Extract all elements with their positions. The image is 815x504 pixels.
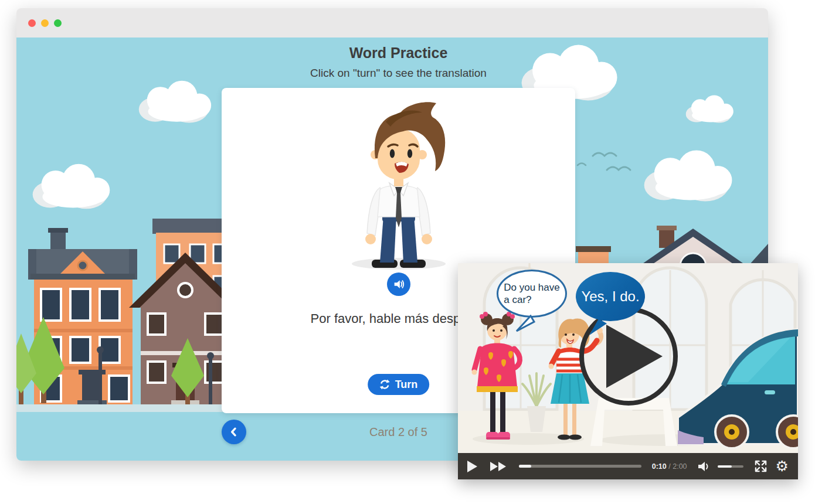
video-player: Do you have a car? Yes, I do. [458,263,798,479]
seek-bar[interactable] [519,465,641,468]
time-current: 0:10 [652,462,667,471]
volume-button[interactable] [698,461,712,472]
seek-bar-played [519,465,531,468]
zoom-button[interactable] [54,19,62,27]
birds-icon [576,147,641,176]
play-icon [467,461,477,472]
speech-bubble-question: Do you have a car? [497,270,567,318]
turn-button[interactable]: Turn [368,374,430,395]
speaker-icon [392,278,405,291]
titlebar [16,8,768,38]
play-button[interactable] [467,461,477,472]
volume-slider[interactable] [718,465,743,468]
minimize-button[interactable] [41,19,49,27]
speech-bubble-question-line1: Do you have [504,281,559,294]
close-button[interactable] [28,19,36,27]
speech-bubble-answer: Yes, I do. [576,272,645,321]
time-total: 2:00 [673,462,687,471]
video-scene: Do you have a car? Yes, I do. [458,263,798,453]
gear-icon: ⚙ [776,458,789,475]
refresh-icon [379,379,390,390]
fast-forward-button[interactable] [490,462,506,471]
cloud-icon [27,162,115,211]
volume-slider-level [718,465,732,468]
settings-button[interactable]: ⚙ [776,459,789,474]
page-title: Word Practice [222,45,575,62]
cloud-icon [638,148,738,204]
rooftops-illustration [573,220,768,266]
fullscreen-icon [754,459,768,473]
page-subtitle: Click on "turn" to see the translation [222,67,575,80]
speech-bubble-answer-tail [588,318,608,336]
man-character-illustration [334,95,463,271]
time-separator: / [668,462,670,471]
fullscreen-button[interactable] [754,459,768,473]
speech-bubble-question-tail [515,315,535,332]
speech-bubble-answer-text: Yes, I do. [581,288,639,305]
fast-forward-icon [490,462,506,471]
car-illustration [678,319,798,453]
volume-icon [698,461,712,472]
cloud-icon [134,79,216,125]
time-display: 0:10 / 2:00 [652,462,687,471]
cloud-icon [682,94,736,124]
turn-button-label: Turn [395,379,418,391]
speech-bubble-question-line2: a car? [504,294,559,306]
audio-play-button[interactable] [387,273,410,296]
video-controls-bar: 0:10 / 2:00 ⚙ [458,453,798,479]
play-icon[interactable] [606,325,663,388]
